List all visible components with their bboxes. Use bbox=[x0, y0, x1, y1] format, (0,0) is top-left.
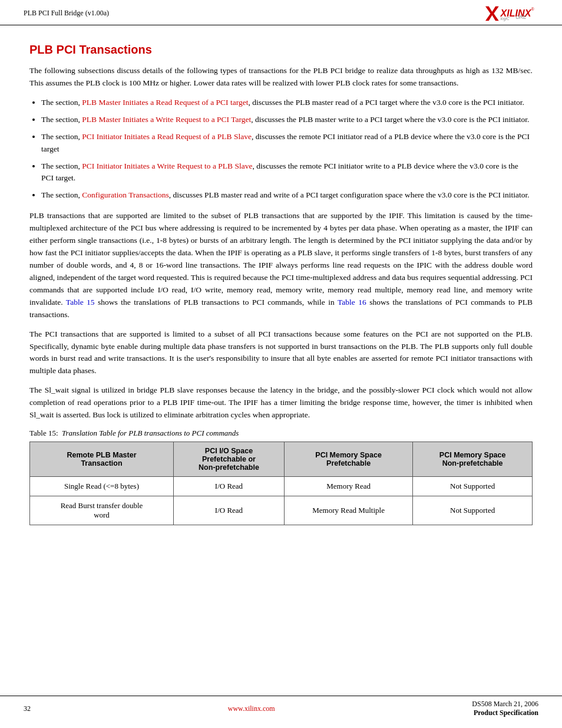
main-content: PLB PCI Transactions The following subse… bbox=[0, 25, 562, 549]
para2: The PCI transactions that are supported … bbox=[29, 328, 533, 378]
svg-text:®: ® bbox=[531, 7, 534, 11]
link-pci-write-plb-slave[interactable]: PCI Initiator Initiates a Write Request … bbox=[82, 162, 252, 170]
list-item: The section, PLB Master Initiates a Read… bbox=[41, 97, 533, 109]
link-table15[interactable]: Table 15 bbox=[66, 298, 95, 307]
list-item: The section, PCI Initiator Initiates a R… bbox=[41, 131, 533, 156]
footer-page-number: 32 bbox=[24, 704, 31, 713]
bullet-prefix-3: The section, bbox=[41, 132, 82, 141]
link-plb-master-read[interactable]: PLB Master Initiates a Read Request of a… bbox=[82, 98, 248, 107]
list-item: The section, PLB Master Initiates a Writ… bbox=[41, 114, 533, 126]
cell-transaction-2: Read Burst transfer doubleword bbox=[30, 496, 174, 525]
table-row: Single Read (<=8 bytes) I/O Read Memory … bbox=[30, 477, 533, 496]
svg-text:logiC: logiC bbox=[501, 17, 510, 21]
intro-paragraph: The following subsections discuss detail… bbox=[29, 65, 533, 90]
cell-mem-nonpref-2: Not Supported bbox=[413, 496, 533, 525]
header-title: PLB PCI Full Bridge (v1.00a) bbox=[24, 9, 109, 18]
list-item: The section, Configuration Transactions,… bbox=[41, 189, 533, 202]
para1: PLB transactions that are supported are … bbox=[29, 210, 533, 321]
col-header-pci-io: PCI I/O SpacePrefetchable orNon-prefetch… bbox=[174, 442, 285, 477]
cell-mem-pref-1: Memory Read bbox=[284, 477, 412, 496]
bullet-suffix-5: , discusses PLB master read and write of… bbox=[169, 190, 530, 199]
bullet-prefix-2: The section, bbox=[41, 115, 82, 124]
footer-doc-id: DS508 March 21, 2006 bbox=[472, 700, 538, 708]
link-pci-read-plb-slave[interactable]: PCI Initiator Initiates a Read Request o… bbox=[82, 132, 252, 141]
link-table16[interactable]: Table 16 bbox=[338, 298, 366, 307]
col-header-pci-mem-nonpref: PCI Memory SpaceNon-prefetchable bbox=[413, 442, 533, 477]
link-plb-master-write[interactable]: PLB Master Initiates a Write Request to … bbox=[82, 115, 251, 124]
svg-marker-0 bbox=[485, 6, 499, 21]
page-header: PLB PCI Full Bridge (v1.00a) XILINX ® lo… bbox=[0, 0, 562, 25]
table-caption: Table 15: Translation Table for PLB tran… bbox=[29, 429, 533, 438]
cell-transaction-1: Single Read (<=8 bytes) bbox=[30, 477, 174, 496]
translation-table: Remote PLB MasterTransaction PCI I/O Spa… bbox=[29, 442, 533, 525]
bullet-suffix-1: , discusses the PLB master read of a PCI… bbox=[248, 98, 524, 107]
table-caption-text: Table 15: Translation Table for PLB tran… bbox=[29, 429, 239, 437]
bullet-prefix-1: The section, bbox=[41, 98, 82, 107]
bullet-list: The section, PLB Master Initiates a Read… bbox=[41, 97, 533, 202]
bullet-prefix-4: The section, bbox=[41, 162, 82, 170]
bullet-prefix-5: The section, bbox=[41, 190, 82, 199]
footer-website[interactable]: www.xilinx.com bbox=[228, 704, 275, 713]
list-item: The section, PCI Initiator Initiates a W… bbox=[41, 160, 533, 185]
footer-right: DS508 March 21, 2006 Product Specificati… bbox=[472, 700, 538, 717]
cell-io-1: I/O Read bbox=[174, 477, 285, 496]
section-title: PLB PCI Transactions bbox=[29, 43, 533, 57]
cell-mem-nonpref-1: Not Supported bbox=[413, 477, 533, 496]
svg-text:ORE: ORE bbox=[515, 14, 527, 20]
link-config-transactions[interactable]: Configuration Transactions bbox=[82, 190, 168, 199]
cell-io-2: I/O Read bbox=[174, 496, 285, 525]
para3: The Sl_wait signal is utilized in bridge… bbox=[29, 384, 533, 421]
cell-mem-pref-2: Memory Read Multiple bbox=[284, 496, 412, 525]
bullet-suffix-2: , discusses the PLB master write to a PC… bbox=[251, 115, 529, 124]
col-header-pci-mem-pref: PCI Memory SpacePrefetchable bbox=[284, 442, 412, 477]
footer-product-spec: Product Specification bbox=[474, 709, 538, 717]
logo-area: XILINX ® logiC ORE bbox=[485, 5, 538, 21]
table-row: Read Burst transfer doubleword I/O Read … bbox=[30, 496, 533, 525]
page-footer: 32 www.xilinx.com DS508 March 21, 2006 P… bbox=[0, 696, 562, 717]
col-header-remote-plb: Remote PLB MasterTransaction bbox=[30, 442, 174, 477]
xilinx-logo-svg: XILINX ® logiC ORE bbox=[485, 5, 538, 21]
